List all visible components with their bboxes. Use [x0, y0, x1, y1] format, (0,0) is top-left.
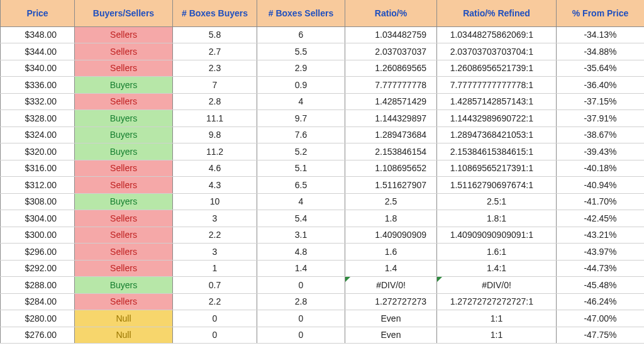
cell-ratio[interactable]: 1.409090909 [345, 227, 437, 244]
cell-boxes-buyers[interactable]: 0.7 [173, 277, 257, 294]
cell-pct-from-price[interactable]: -42.45% [557, 210, 645, 227]
cell-ratio-refined[interactable]: 1.03448275862069:1 [437, 26, 557, 43]
cell-pct-from-price[interactable]: -45.48% [557, 277, 645, 294]
cell-price[interactable]: $292.00 [1, 260, 75, 277]
cell-price[interactable]: $316.00 [1, 160, 75, 177]
cell-price[interactable]: $328.00 [1, 110, 75, 127]
cell-price[interactable]: $296.00 [1, 244, 75, 261]
cell-price[interactable]: $324.00 [1, 126, 75, 143]
cell-boxes-buyers[interactable]: 11.2 [173, 143, 257, 160]
cell-pct-from-price[interactable]: -47.00% [557, 310, 645, 327]
cell-boxes-buyers[interactable]: 2.8 [173, 93, 257, 110]
cell-price[interactable]: $276.00 [1, 327, 75, 344]
cell-buyers-sellers[interactable]: Buyers [75, 110, 173, 127]
cell-pct-from-price[interactable]: -37.91% [557, 110, 645, 127]
cell-boxes-sellers[interactable]: 5.4 [257, 210, 345, 227]
cell-buyers-sellers[interactable]: Sellers [75, 227, 173, 244]
cell-boxes-sellers[interactable]: 1.4 [257, 260, 345, 277]
cell-buyers-sellers[interactable]: Buyers [75, 277, 173, 294]
cell-pct-from-price[interactable]: -39.43% [557, 143, 645, 160]
cell-boxes-sellers[interactable]: 0 [257, 310, 345, 327]
cell-price[interactable]: $280.00 [1, 310, 75, 327]
cell-boxes-buyers[interactable]: 10 [173, 193, 257, 210]
cell-pct-from-price[interactable]: -41.70% [557, 193, 645, 210]
cell-boxes-buyers[interactable]: 3 [173, 210, 257, 227]
cell-pct-from-price[interactable]: -35.64% [557, 60, 645, 77]
cell-ratio-refined[interactable]: 1.40909090909091:1 [437, 227, 557, 244]
cell-ratio[interactable]: 1.289473684 [345, 126, 437, 143]
cell-ratio[interactable]: Even [345, 327, 437, 344]
cell-ratio-refined[interactable]: 1.10869565217391:1 [437, 160, 557, 177]
cell-buyers-sellers[interactable]: Sellers [75, 293, 173, 310]
cell-price[interactable]: $300.00 [1, 227, 75, 244]
cell-price[interactable]: $312.00 [1, 177, 75, 194]
cell-boxes-buyers[interactable]: 4.3 [173, 177, 257, 194]
cell-buyers-sellers[interactable]: Buyers [75, 193, 173, 210]
header-ratio[interactable]: Ratio/% [345, 0, 437, 26]
cell-ratio[interactable]: 2.5 [345, 193, 437, 210]
cell-pct-from-price[interactable]: -44.73% [557, 260, 645, 277]
cell-buyers-sellers[interactable]: Sellers [75, 160, 173, 177]
cell-ratio-refined[interactable]: 1.42857142857143:1 [437, 93, 557, 110]
cell-pct-from-price[interactable]: -38.67% [557, 126, 645, 143]
cell-boxes-buyers[interactable]: 9.8 [173, 126, 257, 143]
cell-buyers-sellers[interactable]: Sellers [75, 260, 173, 277]
cell-boxes-buyers[interactable]: 2.7 [173, 43, 257, 60]
cell-boxes-sellers[interactable]: 4.8 [257, 244, 345, 261]
cell-ratio[interactable]: 2.153846154 [345, 143, 437, 160]
cell-price[interactable]: $304.00 [1, 210, 75, 227]
cell-ratio-refined[interactable]: 1.8:1 [437, 210, 557, 227]
cell-pct-from-price[interactable]: -34.88% [557, 43, 645, 60]
cell-pct-from-price[interactable]: -40.94% [557, 177, 645, 194]
cell-ratio-refined[interactable]: 7.77777777777778:1 [437, 77, 557, 94]
cell-boxes-buyers[interactable]: 11.1 [173, 110, 257, 127]
cell-ratio-refined[interactable]: 1:1 [437, 310, 557, 327]
cell-ratio-refined[interactable]: 1:1 [437, 327, 557, 344]
cell-ratio-refined[interactable]: 1.14432989690722:1 [437, 110, 557, 127]
cell-buyers-sellers[interactable]: Sellers [75, 93, 173, 110]
cell-boxes-buyers[interactable]: 5.8 [173, 26, 257, 43]
cell-ratio-refined[interactable]: 1.28947368421053:1 [437, 126, 557, 143]
cell-boxes-buyers[interactable]: 4.6 [173, 160, 257, 177]
cell-ratio[interactable]: 2.037037037 [345, 43, 437, 60]
cell-ratio-refined[interactable]: 1.4:1 [437, 260, 557, 277]
cell-ratio[interactable]: 1.272727273 [345, 293, 437, 310]
cell-boxes-buyers[interactable]: 3 [173, 244, 257, 261]
cell-boxes-buyers[interactable]: 0 [173, 310, 257, 327]
cell-buyers-sellers[interactable]: Null [75, 310, 173, 327]
cell-boxes-sellers[interactable]: 6.5 [257, 177, 345, 194]
cell-buyers-sellers[interactable]: Sellers [75, 60, 173, 77]
cell-pct-from-price[interactable]: -43.97% [557, 244, 645, 261]
header-ratio-refined[interactable]: Ratio/% Refined [437, 0, 557, 26]
cell-price[interactable]: $284.00 [1, 293, 75, 310]
cell-boxes-sellers[interactable]: 0.9 [257, 77, 345, 94]
cell-boxes-sellers[interactable]: 4 [257, 193, 345, 210]
cell-price[interactable]: $344.00 [1, 43, 75, 60]
cell-boxes-buyers[interactable]: 0 [173, 327, 257, 344]
cell-boxes-sellers[interactable]: 0 [257, 327, 345, 344]
cell-boxes-sellers[interactable]: 3.1 [257, 227, 345, 244]
cell-ratio[interactable]: 1.034482759 [345, 26, 437, 43]
cell-ratio[interactable]: 1.428571429 [345, 93, 437, 110]
cell-price[interactable]: $320.00 [1, 143, 75, 160]
cell-boxes-sellers[interactable]: 5.5 [257, 43, 345, 60]
cell-price[interactable]: $340.00 [1, 60, 75, 77]
cell-boxes-sellers[interactable]: 5.2 [257, 143, 345, 160]
cell-ratio-refined[interactable]: 1.6:1 [437, 244, 557, 261]
cell-buyers-sellers[interactable]: Buyers [75, 77, 173, 94]
cell-ratio[interactable]: 1.144329897 [345, 110, 437, 127]
cell-buyers-sellers[interactable]: Sellers [75, 26, 173, 43]
cell-ratio-refined[interactable]: 2.03703703703704:1 [437, 43, 557, 60]
cell-ratio[interactable]: 1.4 [345, 260, 437, 277]
cell-price[interactable]: $288.00 [1, 277, 75, 294]
header-pct-from-price[interactable]: % From Price [557, 0, 645, 26]
cell-buyers-sellers[interactable]: Null [75, 327, 173, 344]
cell-ratio-refined[interactable]: 2.15384615384615:1 [437, 143, 557, 160]
cell-price[interactable]: $336.00 [1, 77, 75, 94]
cell-ratio-refined[interactable]: 1.51162790697674:1 [437, 177, 557, 194]
cell-ratio[interactable]: 1.6 [345, 244, 437, 261]
cell-buyers-sellers[interactable]: Sellers [75, 43, 173, 60]
cell-boxes-sellers[interactable]: 4 [257, 93, 345, 110]
cell-ratio-refined[interactable]: 1.27272727272727:1 [437, 293, 557, 310]
cell-ratio[interactable]: 1.108695652 [345, 160, 437, 177]
